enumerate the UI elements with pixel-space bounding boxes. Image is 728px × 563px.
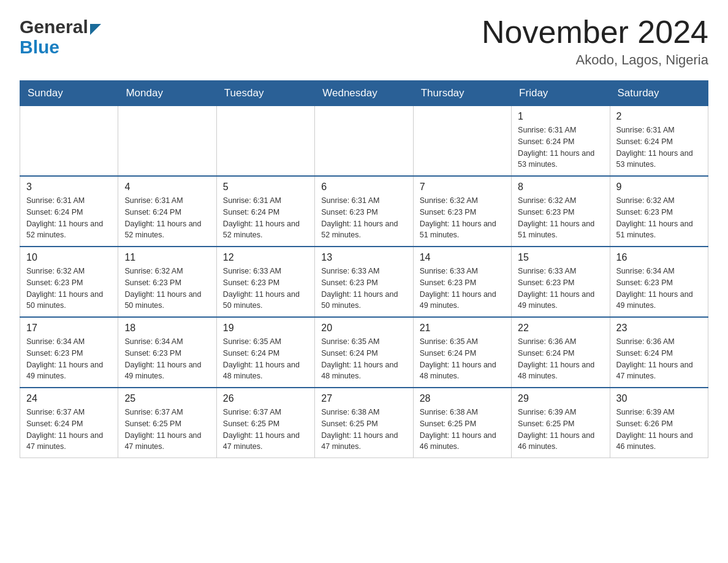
- calendar-day: [20, 106, 118, 177]
- day-number: 24: [26, 393, 112, 404]
- calendar-day: 6Sunrise: 6:31 AMSunset: 6:23 PMDaylight…: [315, 176, 413, 247]
- day-info: Sunrise: 6:35 AMSunset: 6:24 PMDaylight:…: [321, 336, 406, 382]
- col-header-saturday: Saturday: [610, 81, 708, 106]
- calendar-day: 12Sunrise: 6:33 AMSunset: 6:23 PMDayligh…: [216, 247, 314, 317]
- day-info: Sunrise: 6:32 AMSunset: 6:23 PMDaylight:…: [26, 266, 112, 312]
- col-header-tuesday: Tuesday: [216, 81, 314, 106]
- day-number: 5: [223, 182, 308, 193]
- page-header: General Blue November 2024 Akodo, Lagos,…: [20, 15, 708, 68]
- day-info: Sunrise: 6:35 AMSunset: 6:24 PMDaylight:…: [420, 336, 505, 382]
- calendar-day: [216, 106, 314, 177]
- col-header-wednesday: Wednesday: [315, 81, 413, 106]
- calendar-day: 4Sunrise: 6:31 AMSunset: 6:24 PMDaylight…: [118, 176, 216, 247]
- day-number: 16: [616, 252, 702, 263]
- day-info: Sunrise: 6:33 AMSunset: 6:23 PMDaylight:…: [420, 266, 505, 312]
- logo-arrow-icon: [90, 18, 101, 39]
- day-info: Sunrise: 6:39 AMSunset: 6:25 PMDaylight:…: [518, 407, 603, 453]
- calendar-day: 29Sunrise: 6:39 AMSunset: 6:25 PMDayligh…: [512, 388, 610, 458]
- day-number: 26: [223, 393, 308, 404]
- day-info: Sunrise: 6:31 AMSunset: 6:24 PMDaylight:…: [616, 124, 702, 170]
- day-number: 23: [616, 323, 702, 334]
- col-header-sunday: Sunday: [20, 81, 118, 106]
- day-number: 21: [420, 323, 505, 334]
- calendar-day: 10Sunrise: 6:32 AMSunset: 6:23 PMDayligh…: [20, 247, 118, 317]
- day-number: 30: [616, 393, 702, 404]
- col-header-thursday: Thursday: [413, 81, 511, 106]
- calendar-day: [118, 106, 216, 177]
- day-number: 20: [321, 323, 406, 334]
- calendar-day: 1Sunrise: 6:31 AMSunset: 6:24 PMDaylight…: [512, 106, 610, 177]
- day-number: 3: [26, 182, 112, 193]
- day-info: Sunrise: 6:31 AMSunset: 6:24 PMDaylight:…: [26, 195, 112, 241]
- title-section: November 2024 Akodo, Lagos, Nigeria: [482, 15, 708, 68]
- day-info: Sunrise: 6:31 AMSunset: 6:23 PMDaylight:…: [321, 195, 406, 241]
- day-number: 2: [616, 111, 702, 122]
- calendar-header-row: SundayMondayTuesdayWednesdayThursdayFrid…: [20, 81, 708, 106]
- logo-general-text: General: [20, 17, 88, 37]
- day-info: Sunrise: 6:31 AMSunset: 6:24 PMDaylight:…: [223, 195, 308, 241]
- day-number: 18: [124, 323, 210, 334]
- calendar-day: [413, 106, 511, 177]
- calendar-day: 2Sunrise: 6:31 AMSunset: 6:24 PMDaylight…: [610, 106, 708, 177]
- col-header-monday: Monday: [118, 81, 216, 106]
- day-info: Sunrise: 6:37 AMSunset: 6:25 PMDaylight:…: [223, 407, 308, 453]
- day-number: 9: [616, 182, 702, 193]
- day-number: 14: [420, 252, 505, 263]
- day-number: 25: [124, 393, 210, 404]
- day-number: 13: [321, 252, 406, 263]
- day-info: Sunrise: 6:33 AMSunset: 6:23 PMDaylight:…: [518, 266, 603, 312]
- day-number: 7: [420, 182, 505, 193]
- day-info: Sunrise: 6:33 AMSunset: 6:23 PMDaylight:…: [223, 266, 308, 312]
- day-info: Sunrise: 6:37 AMSunset: 6:25 PMDaylight:…: [124, 407, 210, 453]
- calendar-day: 3Sunrise: 6:31 AMSunset: 6:24 PMDaylight…: [20, 176, 118, 247]
- day-number: 17: [26, 323, 112, 334]
- calendar-day: 23Sunrise: 6:36 AMSunset: 6:24 PMDayligh…: [610, 317, 708, 388]
- day-info: Sunrise: 6:36 AMSunset: 6:24 PMDaylight:…: [616, 336, 702, 382]
- calendar-day: 27Sunrise: 6:38 AMSunset: 6:25 PMDayligh…: [315, 388, 413, 458]
- day-info: Sunrise: 6:34 AMSunset: 6:23 PMDaylight:…: [616, 266, 702, 312]
- calendar-day: 15Sunrise: 6:33 AMSunset: 6:23 PMDayligh…: [512, 247, 610, 317]
- day-number: 10: [26, 252, 112, 263]
- day-number: 22: [518, 323, 603, 334]
- day-number: 6: [321, 182, 406, 193]
- day-number: 15: [518, 252, 603, 263]
- logo: General Blue: [20, 15, 101, 58]
- calendar-day: 8Sunrise: 6:32 AMSunset: 6:23 PMDaylight…: [512, 176, 610, 247]
- calendar-day: 28Sunrise: 6:38 AMSunset: 6:25 PMDayligh…: [413, 388, 511, 458]
- day-info: Sunrise: 6:38 AMSunset: 6:25 PMDaylight:…: [321, 407, 406, 453]
- calendar-table: SundayMondayTuesdayWednesdayThursdayFrid…: [20, 80, 708, 458]
- day-info: Sunrise: 6:36 AMSunset: 6:24 PMDaylight:…: [518, 336, 603, 382]
- calendar-day: 22Sunrise: 6:36 AMSunset: 6:24 PMDayligh…: [512, 317, 610, 388]
- calendar-week-5: 24Sunrise: 6:37 AMSunset: 6:24 PMDayligh…: [20, 388, 708, 458]
- calendar-day: 21Sunrise: 6:35 AMSunset: 6:24 PMDayligh…: [413, 317, 511, 388]
- calendar-day: 5Sunrise: 6:31 AMSunset: 6:24 PMDaylight…: [216, 176, 314, 247]
- calendar-day: 16Sunrise: 6:34 AMSunset: 6:23 PMDayligh…: [610, 247, 708, 317]
- day-info: Sunrise: 6:34 AMSunset: 6:23 PMDaylight:…: [124, 336, 210, 382]
- day-info: Sunrise: 6:37 AMSunset: 6:24 PMDaylight:…: [26, 407, 112, 453]
- day-number: 19: [223, 323, 308, 334]
- day-info: Sunrise: 6:32 AMSunset: 6:23 PMDaylight:…: [616, 195, 702, 241]
- calendar-day: 14Sunrise: 6:33 AMSunset: 6:23 PMDayligh…: [413, 247, 511, 317]
- day-info: Sunrise: 6:38 AMSunset: 6:25 PMDaylight:…: [420, 407, 505, 453]
- calendar-day: 26Sunrise: 6:37 AMSunset: 6:25 PMDayligh…: [216, 388, 314, 458]
- day-info: Sunrise: 6:32 AMSunset: 6:23 PMDaylight:…: [518, 195, 603, 241]
- calendar-day: 30Sunrise: 6:39 AMSunset: 6:26 PMDayligh…: [610, 388, 708, 458]
- calendar-day: 24Sunrise: 6:37 AMSunset: 6:24 PMDayligh…: [20, 388, 118, 458]
- day-info: Sunrise: 6:31 AMSunset: 6:24 PMDaylight:…: [518, 124, 603, 170]
- day-info: Sunrise: 6:34 AMSunset: 6:23 PMDaylight:…: [26, 336, 112, 382]
- day-number: 29: [518, 393, 603, 404]
- calendar-week-4: 17Sunrise: 6:34 AMSunset: 6:23 PMDayligh…: [20, 317, 708, 388]
- calendar-day: [315, 106, 413, 177]
- calendar-week-2: 3Sunrise: 6:31 AMSunset: 6:24 PMDaylight…: [20, 176, 708, 247]
- day-info: Sunrise: 6:32 AMSunset: 6:23 PMDaylight:…: [124, 266, 210, 312]
- calendar-day: 7Sunrise: 6:32 AMSunset: 6:23 PMDaylight…: [413, 176, 511, 247]
- day-info: Sunrise: 6:33 AMSunset: 6:23 PMDaylight:…: [321, 266, 406, 312]
- calendar-week-1: 1Sunrise: 6:31 AMSunset: 6:24 PMDaylight…: [20, 106, 708, 177]
- calendar-day: 19Sunrise: 6:35 AMSunset: 6:24 PMDayligh…: [216, 317, 314, 388]
- calendar-day: 11Sunrise: 6:32 AMSunset: 6:23 PMDayligh…: [118, 247, 216, 317]
- calendar-day: 25Sunrise: 6:37 AMSunset: 6:25 PMDayligh…: [118, 388, 216, 458]
- day-number: 4: [124, 182, 210, 193]
- page-title: November 2024: [482, 15, 708, 50]
- day-info: Sunrise: 6:35 AMSunset: 6:24 PMDaylight:…: [223, 336, 308, 382]
- day-info: Sunrise: 6:39 AMSunset: 6:26 PMDaylight:…: [616, 407, 702, 453]
